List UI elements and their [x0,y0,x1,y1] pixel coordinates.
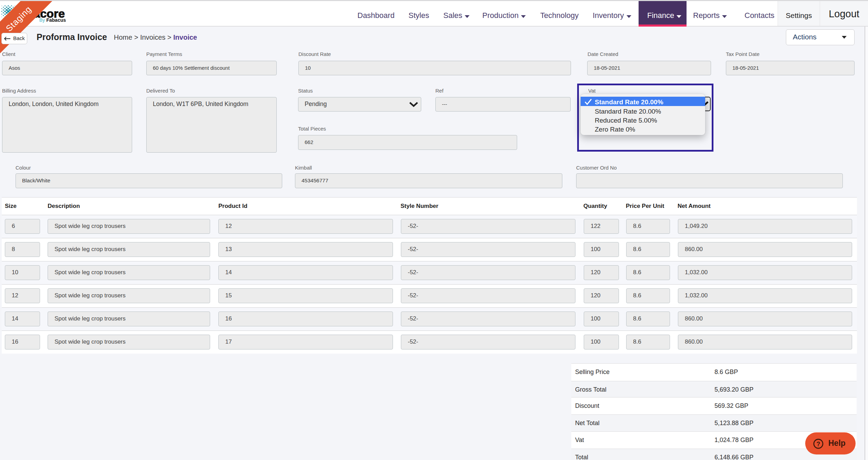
svg-text:?: ? [817,441,820,448]
